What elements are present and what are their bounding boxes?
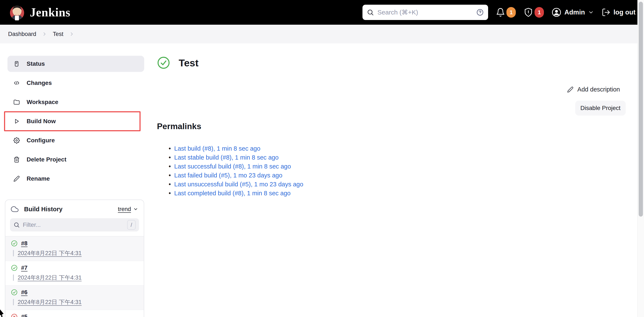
sidebar-item-delete-project[interactable]: Delete Project — [8, 151, 144, 168]
add-description-label: Add description — [577, 86, 620, 93]
scrollbar-thumb[interactable] — [639, 2, 643, 217]
mouse-cursor — [0, 309, 4, 317]
sidebar: Status Changes Workspace — [8, 56, 144, 190]
logout-label: log out — [614, 8, 636, 16]
breadcrumb: Dashboard Test — [0, 25, 644, 43]
folder-icon — [14, 99, 20, 105]
search-input[interactable] — [377, 9, 473, 16]
trend-dropdown[interactable]: trend — [118, 206, 138, 213]
project-title-row: Test — [157, 56, 198, 69]
build-link[interactable]: #8 — [21, 240, 28, 247]
permalink-item: Last stable build (#8), 1 min 8 sec ago — [174, 154, 303, 161]
sidebar-item-workspace[interactable]: Workspace — [8, 94, 144, 110]
sidebar-item-build-now[interactable]: Build Now — [8, 113, 144, 129]
build-date-link[interactable]: 2024年8月22日 下午4:31 — [18, 298, 82, 306]
shortcut-key-badge: / — [127, 220, 136, 230]
chevron-right-icon — [69, 31, 74, 37]
build-history-title: Build History — [24, 206, 62, 213]
security-warnings-button[interactable]: 1 — [524, 7, 544, 18]
play-icon — [14, 118, 20, 124]
build-row: #8 2024年8月22日 下午4:31 — [5, 237, 144, 261]
disable-project-button[interactable]: Disable Project — [575, 101, 626, 115]
success-icon — [157, 56, 170, 69]
notification-badge: 1 — [506, 7, 516, 18]
permalinks-list: Last build (#8), 1 min 8 sec ago Last st… — [174, 146, 303, 199]
main-content: Status Changes Workspace — [0, 43, 644, 317]
logout-icon — [602, 8, 610, 17]
help-icon[interactable] — [476, 8, 484, 16]
gear-icon — [14, 137, 20, 144]
permalink-link[interactable]: Last build (#8), 1 min 8 sec ago — [174, 145, 260, 152]
sidebar-item-rename[interactable]: Rename — [8, 171, 144, 187]
build-date-link[interactable]: 2024年8月22日 下午4:31 — [18, 274, 82, 282]
sidebar-item-label: Workspace — [26, 99, 58, 105]
failed-icon — [11, 314, 18, 317]
bell-icon — [496, 8, 505, 17]
trend-label: trend — [118, 206, 131, 213]
logout-button[interactable]: log out — [602, 8, 636, 17]
trash-icon — [14, 156, 20, 163]
sidebar-item-changes[interactable]: Changes — [8, 75, 144, 91]
brand-title: Jenkins — [30, 5, 70, 19]
permalink-item: Last completed build (#8), 1 min 8 sec a… — [174, 190, 303, 196]
sidebar-item-label: Rename — [26, 175, 50, 182]
chevron-down-icon — [588, 9, 594, 15]
top-header: Jenkins — [0, 0, 644, 25]
permalink-item: Last successful build (#8), 1 min 8 sec … — [174, 163, 303, 170]
sidebar-item-status[interactable]: Status — [8, 56, 144, 72]
success-icon — [11, 289, 18, 296]
sidebar-item-label: Changes — [26, 80, 52, 86]
jenkins-logo — [8, 4, 26, 21]
sidebar-item-label: Delete Project — [26, 156, 66, 163]
filter-input[interactable] — [23, 222, 124, 228]
sidebar-item-label: Configure — [26, 137, 55, 144]
build-history-filter[interactable]: / — [10, 218, 139, 232]
build-link[interactable]: #6 — [21, 289, 28, 296]
permalink-item: Last build (#8), 1 min 8 sec ago — [174, 146, 303, 152]
success-icon — [11, 265, 18, 271]
build-list: #8 2024年8月22日 下午4:31 #7 — [5, 236, 144, 317]
annotation-highlight-box — [4, 111, 140, 131]
chevron-down-icon — [133, 207, 138, 212]
breadcrumb-test[interactable]: Test — [53, 31, 64, 37]
sidebar-item-label: Status — [26, 60, 45, 67]
timeline-bar — [13, 299, 14, 305]
shield-alert-icon — [524, 7, 533, 17]
build-link[interactable]: #7 — [21, 265, 28, 271]
cloud-icon — [11, 205, 18, 213]
status-icon — [14, 61, 20, 67]
permalink-link[interactable]: Last completed build (#8), 1 min 8 sec a… — [174, 190, 290, 197]
permalink-link[interactable]: Last failed build (#5), 1 mo 23 days ago — [174, 172, 282, 179]
sidebar-item-label: Build Now — [26, 118, 56, 125]
build-date-link[interactable]: 2024年8月22日 下午4:31 — [18, 249, 82, 257]
permalink-link[interactable]: Last unsuccessful build (#5), 1 mo 23 da… — [174, 181, 303, 188]
sidebar-item-configure[interactable]: Configure — [8, 132, 144, 148]
build-row: #6 2024年8月22日 下午4:31 — [5, 286, 144, 310]
permalink-item: Last failed build (#5), 1 mo 23 days ago — [174, 172, 303, 179]
search-icon — [367, 9, 374, 16]
build-link[interactable]: #5 — [21, 314, 28, 317]
search-icon — [14, 222, 20, 228]
avatar-icon — [552, 7, 561, 17]
build-row: #7 2024年8月22日 下午4:31 — [5, 261, 144, 286]
security-badge: 1 — [534, 7, 544, 18]
user-name: Admin — [564, 8, 585, 16]
search-bar[interactable] — [362, 5, 488, 20]
page-title: Test — [179, 57, 198, 69]
build-row: #5 — [5, 310, 144, 317]
pencil-icon — [567, 86, 574, 93]
timeline-bar — [13, 275, 14, 281]
success-icon — [11, 240, 18, 247]
scrollbar-track — [638, 0, 644, 317]
permalink-link[interactable]: Last successful build (#8), 1 min 8 sec … — [174, 163, 291, 170]
notifications-button[interactable]: 1 — [496, 7, 516, 18]
permalinks-heading: Permalinks — [157, 122, 201, 131]
build-history-panel: Build History trend / — [5, 200, 144, 317]
jenkins-home-link[interactable]: Jenkins — [8, 4, 70, 21]
timeline-bar — [13, 250, 14, 256]
user-menu[interactable]: Admin — [552, 7, 594, 17]
add-description-button[interactable]: Add description — [567, 86, 620, 93]
breadcrumb-dashboard[interactable]: Dashboard — [8, 31, 36, 37]
pencil-icon — [14, 176, 20, 182]
permalink-link[interactable]: Last stable build (#8), 1 min 8 sec ago — [174, 154, 278, 161]
